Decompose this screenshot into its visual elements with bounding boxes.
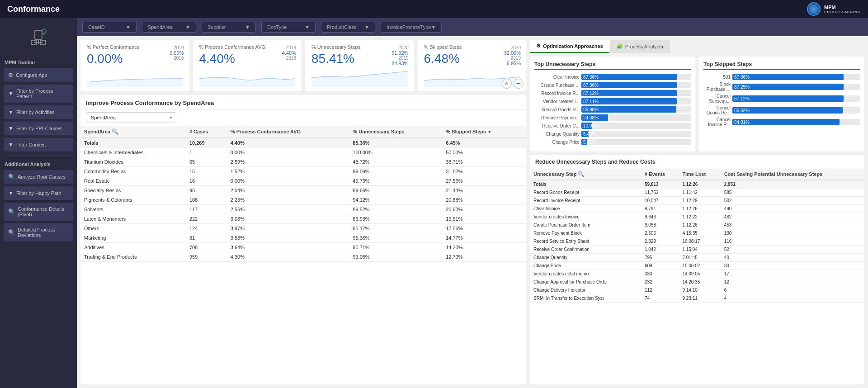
unnecessary-steps-sparkline (311, 69, 408, 87)
unnecessary-steps-panel-title: Top Unnecessary Steps (534, 61, 691, 70)
scroll-more-btn[interactable]: ••• (514, 79, 524, 89)
reduce-table: Unnecessary Step 🔍 # Events Time Lost Co… (530, 169, 864, 303)
table-row: Receive Order Confirmation1,0421 15:0452 (530, 246, 864, 254)
docType-filter[interactable]: DocType ▼ (261, 22, 316, 33)
tab-process-analyzer[interactable]: 🧩 Process Analyzer (610, 40, 670, 53)
filter-process-pattern-button[interactable]: ▼ Filter by Process Pattern (4, 85, 73, 103)
spendarea-dropdown[interactable]: SpendArea (86, 112, 176, 123)
detailed-process-deviations-button[interactable]: 🔍 Detailed Process Deviations (4, 223, 73, 241)
conformance-details-pivot-button[interactable]: 🔍 Conformance Details (Pivot) (4, 203, 73, 221)
table-row: Record Service Entry Sheet2,32916 08:171… (530, 237, 864, 246)
col-time-lost: Time Lost (679, 169, 720, 180)
table-row: Remove Payment Block2,6064 15:35130 (530, 229, 864, 237)
filter-bar: CaseID ▼ SpendArea ▼ Supplier ▼ DocType … (77, 18, 868, 36)
svg-rect-2 (35, 30, 42, 39)
filter-icon-2: ▼ (8, 109, 14, 115)
optimization-tab-icon: ⚙ (536, 43, 541, 49)
col-us: % Unnecessary Steps (349, 126, 442, 138)
spendarea-table-header: SpendArea 🔍 # Cases % Process Conformanc… (80, 126, 526, 138)
col-pca: % Process Conformance AVG (227, 126, 349, 138)
filter-icon-1: ▼ (8, 90, 14, 97)
spendarea-dropdown-wrap: SpendArea (86, 112, 176, 123)
table-row: Create Purchase Order Item9,0581 12:2645… (530, 221, 864, 229)
list-item: Block Purchase ...87.25% (703, 82, 860, 92)
supplier-filter[interactable]: Supplier ▼ (202, 22, 256, 33)
search-icon-2: 🔍 (8, 208, 15, 215)
table-row: Commodity Resins151.52%99.06%31.82% (80, 167, 526, 176)
perfect-conformance-card: % Perfect Conformance 0.00% 2019 0.00% 2… (80, 40, 189, 91)
spendarea-section: Improve Process Conformance by SpendArea… (80, 95, 526, 384)
productClass-filter[interactable]: ProductClass ▼ (321, 22, 375, 33)
table-row: Record Goods Receipt11,7521 11:42585 (530, 189, 864, 197)
list-item: Cancel Goods Re...86.62% (703, 105, 860, 115)
filter-icon-4: ▼ (8, 142, 14, 148)
scroll-left-btn[interactable]: ⊙ (502, 79, 512, 89)
table-row: Latex & Monomers2223.08%86.93%19.51% (80, 214, 526, 224)
right-top-charts: Top Unnecessary Steps Clear Invoice87.36… (530, 57, 864, 151)
table-row: Change Approval for Purchase Order23214 … (530, 278, 864, 286)
reduce-title: Reduce Unnecessary Steps and Reduce Cost… (535, 159, 655, 165)
table-row: Record Invoice Receipt10,0471 12:29502 (530, 197, 864, 205)
col-cost-saving: Cost Saving Potential Unnecessary Steps (721, 169, 864, 180)
perfect-conformance-sparkline (87, 69, 183, 87)
spendarea-table-container[interactable]: SpendArea 🔍 # Cases % Process Conformanc… (80, 126, 526, 384)
process-conformance-avg-card: % Process Conformance AVG 4.40% 2019 4.4… (193, 40, 302, 91)
table-row: Trading & End Products9594.30%93.05%12.7… (80, 252, 526, 262)
perfect-conformance-years: 2019 0.00% 2018 - (170, 45, 184, 66)
sidebar: MPM Toolbar ⚙ Configure App ▼ Filter by … (0, 18, 77, 388)
configure-app-button[interactable]: ⚙ Configure App (4, 68, 73, 82)
list-item: Remove Paymen...24.38% (534, 114, 691, 121)
list-item: 50187.36% (703, 74, 860, 80)
search-icon-reduce[interactable]: 🔍 (578, 171, 585, 177)
list-item: Record Goods R...86.98% (534, 106, 691, 113)
app-title: Conformance (7, 5, 60, 14)
col-spendarea: SpendArea 🔍 (80, 126, 186, 138)
col-unnecessary-step: Unnecessary Step 🔍 (530, 169, 641, 180)
spendarea-header: Improve Process Conformance by SpendArea (80, 95, 526, 109)
spendArea-filter[interactable]: SpendArea ▼ (142, 22, 196, 33)
search-icon-3: 🔍 (8, 229, 15, 236)
analyze-root-causes-button[interactable]: 🔍 Analyze Root Causes (4, 170, 73, 184)
filter-icon-3: ▼ (8, 125, 14, 132)
sidebar-section-title: MPM Toolbar (0, 57, 77, 67)
skipped-steps-panel: Top Skipped Steps 50187.36%Block Purchas… (699, 57, 864, 151)
table-row: Titanium Dioxides652.59%48.72%38.71% (80, 157, 526, 167)
reduce-totals-row: Totals59,0131 12:262,951 (530, 180, 864, 189)
reduce-table-container[interactable]: Unnecessary Step 🔍 # Events Time Lost Co… (530, 169, 864, 384)
caseId-filter[interactable]: CaseID ▼ (82, 22, 137, 33)
unnecessary-steps-card: % Unnecessary Steps 85.41% 2020 91.92% 2… (305, 40, 414, 91)
reduce-header: Reduce Unnecessary Steps and Reduce Cost… (530, 155, 864, 169)
filter-icon-5: ▼ (8, 190, 14, 196)
filter-happy-path-button[interactable]: ▼ Filter by Happy Path (4, 186, 73, 200)
table-row: SRM: In Transfer to Execution Syst749 23… (530, 294, 864, 303)
list-item: Receive Order C...10.05% (534, 123, 691, 129)
sidebar-divider (4, 156, 73, 156)
filter-context-button[interactable]: ▼ Filter Context (4, 138, 73, 151)
search-icon-spendarea[interactable]: 🔍 (112, 128, 118, 135)
mpm-logo-text: MPM PROCESSMINING (824, 5, 861, 14)
skipped-steps-card: % Skipped Steps 6.48% 2020 32.00% 2019 6… (418, 40, 527, 91)
filter-activities-button[interactable]: ▼ Filter by Activities (4, 105, 73, 119)
spendarea-title: Improve Process Conformance by SpendArea (86, 99, 214, 106)
table-row: Real Estate160.00%49.73%27.56% (80, 176, 526, 186)
skipped-bars-container: 50187.36%Block Purchase ...87.25%Cancel … (703, 74, 860, 127)
mpm-logo: MPM PROCESSMINING (807, 2, 861, 16)
mpm-logo-circle (807, 2, 821, 16)
sort-icon-ss: ▼ (487, 129, 492, 134)
table-row: Change Quantity7957 01:4540 (530, 254, 864, 262)
col-events: # Events (641, 169, 679, 180)
list-item: Cancel Subsequ...87.12% (703, 94, 860, 104)
table-row: Chemicals & Intermediates10.00%100.00%50… (80, 148, 526, 157)
unnecessary-steps-panel: Top Unnecessary Steps Clear Invoice87.36… (530, 57, 695, 151)
list-item: Cancel Invoice R...84.01% (703, 117, 860, 127)
search-icon-1: 🔍 (8, 174, 15, 180)
list-item: Create Purchase ...87.36% (534, 82, 691, 88)
col-ss: % Skipped Steps ▼ (442, 126, 526, 138)
tab-optimization[interactable]: ⚙ Optimization Approaches (530, 40, 609, 53)
table-row: Specialty Resins952.04%89.66%21.44% (80, 186, 526, 195)
invoiceProcessType-filter[interactable]: InvoiceProcessType ▼ (381, 22, 442, 33)
spendarea-table: SpendArea 🔍 # Cases % Process Conformanc… (80, 126, 526, 262)
col-cases: # Cases (186, 126, 227, 138)
table-row: Others1243.97%85.17%17.56% (80, 224, 526, 233)
filter-ppi-classes-button[interactable]: ▼ Filter by PPI-Classes (4, 122, 73, 135)
